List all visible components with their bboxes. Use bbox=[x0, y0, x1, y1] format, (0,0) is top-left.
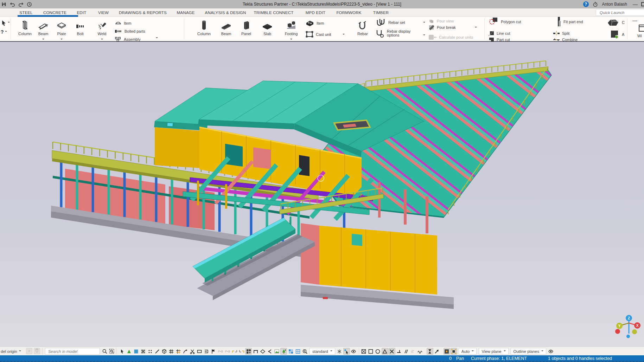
snap-levels-icon[interactable] bbox=[203, 348, 210, 355]
grid-outline-view-icon[interactable] bbox=[294, 348, 301, 355]
steel-column-button[interactable]: Column bbox=[15, 18, 35, 36]
tab-edit[interactable]: EDIT bbox=[77, 8, 87, 17]
snap-cross-icon[interactable] bbox=[389, 348, 395, 355]
steel-bolt-button[interactable]: Bolt bbox=[70, 18, 90, 36]
cast-unit-button[interactable]: Cast unit bbox=[305, 31, 331, 38]
rebar-display-options-caret[interactable] bbox=[423, 34, 425, 37]
concrete-footing-caret[interactable] bbox=[290, 39, 292, 41]
tab-trimble-connect[interactable]: TRIMBLE CONNECT bbox=[254, 8, 294, 17]
fit-part-end-button[interactable]: Fit part end bbox=[556, 18, 583, 25]
chamfer-button[interactable]: C bbox=[606, 19, 625, 26]
tab-mpd-edit[interactable]: MPD EDIT bbox=[306, 8, 326, 17]
minimize-window-icon[interactable]: — bbox=[633, 1, 638, 7]
steel-assembly-caret[interactable] bbox=[156, 37, 158, 39]
angle-snap-icon[interactable] bbox=[266, 348, 273, 355]
snap-corner-icon[interactable] bbox=[396, 348, 402, 355]
ribbon-minimize-icon[interactable]: — bbox=[632, 18, 637, 23]
ortho-snap-b-icon[interactable] bbox=[238, 348, 245, 355]
xray-toggle-icon[interactable] bbox=[427, 348, 433, 355]
tab-timber[interactable]: TIMBER bbox=[373, 8, 389, 17]
pour-break-caret[interactable] bbox=[475, 27, 477, 29]
help-icon[interactable]: ? bbox=[583, 1, 589, 7]
diamond-snap-icon[interactable] bbox=[259, 348, 266, 355]
snap-solids-icon[interactable] bbox=[161, 348, 167, 355]
steel-plate-button[interactable]: Plate bbox=[52, 18, 71, 43]
snap-points-icon[interactable] bbox=[147, 348, 153, 355]
snap-cut-icon[interactable] bbox=[189, 348, 196, 355]
user-account[interactable]: Anton Balash bbox=[602, 2, 627, 7]
steel-weld-button[interactable]: Weld bbox=[92, 18, 112, 43]
representation-dropdown[interactable]: standard bbox=[310, 348, 335, 355]
auto-dropdown[interactable]: Auto bbox=[459, 348, 477, 355]
snap-curve-icon[interactable] bbox=[417, 348, 423, 355]
visibility-eye-icon[interactable] bbox=[350, 348, 357, 355]
inquire-tool-caret[interactable] bbox=[5, 31, 7, 33]
steel-item-button[interactable]: Item bbox=[115, 20, 131, 27]
add-part-button[interactable]: A bbox=[610, 31, 624, 38]
concrete-column-button[interactable]: Column bbox=[194, 18, 214, 36]
rebar-set-button[interactable]: Rebar set bbox=[376, 19, 405, 26]
snap-free-icon[interactable] bbox=[182, 348, 189, 355]
rebar-set-caret[interactable] bbox=[423, 22, 425, 24]
clip-plane-icon[interactable] bbox=[444, 348, 450, 355]
measure-arrow-icon[interactable] bbox=[434, 348, 440, 355]
snap-reference-grid-icon[interactable] bbox=[140, 348, 146, 355]
steel-weld-caret[interactable] bbox=[101, 39, 103, 41]
model-origin-dropdown[interactable]: del origin bbox=[1, 348, 21, 355]
search-in-model-input[interactable] bbox=[45, 348, 100, 355]
select-components-icon[interactable] bbox=[126, 348, 132, 355]
quick-launch-input[interactable] bbox=[596, 9, 644, 16]
smart-pointer-icon[interactable] bbox=[343, 348, 350, 355]
snap-triangle-icon[interactable] bbox=[382, 348, 388, 355]
tab-view[interactable]: VIEW bbox=[98, 8, 109, 17]
chain-link-off-icon[interactable] bbox=[217, 348, 224, 355]
snap-parallel-icon[interactable] bbox=[403, 348, 409, 355]
visibility-eye-2-icon[interactable] bbox=[547, 348, 554, 355]
tab-formwork[interactable]: FORMWORK bbox=[336, 8, 361, 17]
rebar-display-options-button[interactable]: Rebar display options bbox=[376, 30, 417, 37]
steel-beam-button[interactable]: Beam bbox=[33, 18, 53, 43]
stopwatch-icon[interactable] bbox=[592, 1, 599, 7]
concrete-footing-button[interactable]: Footing bbox=[281, 18, 301, 43]
line-cut-button[interactable]: Line cut bbox=[488, 30, 510, 37]
snap-lines-icon[interactable] bbox=[154, 348, 160, 355]
pour-break-button[interactable]: Pour break bbox=[428, 24, 456, 31]
ortho-snap-a-icon[interactable] bbox=[231, 348, 238, 355]
select-tool-caret[interactable] bbox=[8, 22, 10, 24]
grid-blue-view-icon[interactable] bbox=[287, 348, 294, 355]
concrete-panel-button[interactable]: Panel bbox=[236, 18, 256, 36]
tab-analysis-design[interactable]: ANALYSIS & DESIGN bbox=[205, 8, 246, 17]
tab-manage[interactable]: MANAGE bbox=[177, 8, 195, 17]
rebar-button[interactable]: Rebar bbox=[353, 18, 372, 36]
model-view-canvas[interactable]: Z Y X bbox=[0, 42, 644, 347]
chain-link-off-2-icon[interactable] bbox=[224, 348, 231, 355]
outline-planes-dropdown[interactable]: Outline planes bbox=[511, 348, 547, 355]
steel-beam-caret[interactable] bbox=[42, 39, 44, 41]
polygon-cut-button[interactable]: Polygon cut bbox=[488, 18, 521, 25]
maximize-window-icon[interactable] bbox=[641, 2, 644, 6]
select-tool-button[interactable] bbox=[1, 18, 10, 27]
snap-rectangle-icon[interactable] bbox=[196, 348, 203, 355]
render-components-icon[interactable] bbox=[280, 348, 287, 355]
select-area-icon[interactable] bbox=[133, 348, 139, 355]
search-area-icon[interactable] bbox=[108, 348, 115, 355]
cast-unit-caret[interactable] bbox=[343, 34, 345, 36]
snap-circle-icon[interactable] bbox=[375, 348, 381, 355]
snap-grid-intersections-icon[interactable] bbox=[175, 348, 181, 355]
inquire-tool-button[interactable]: ? bbox=[1, 27, 10, 37]
tab-drawings-reports[interactable]: DRAWINGS & REPORTS bbox=[119, 8, 167, 17]
snap-box-icon[interactable] bbox=[368, 348, 374, 355]
split-button[interactable]: Split bbox=[553, 30, 569, 37]
dark-grid-toggle-icon[interactable] bbox=[245, 348, 252, 355]
concrete-item-button[interactable]: Item bbox=[305, 20, 324, 27]
steel-bolted-parts-button[interactable]: Bolted parts bbox=[115, 28, 145, 35]
windows-icon[interactable] bbox=[639, 25, 644, 34]
view-plane-dropdown[interactable]: View plane bbox=[479, 348, 508, 355]
snap-endpoint-box-icon[interactable] bbox=[361, 348, 367, 355]
steel-plate-caret[interactable] bbox=[60, 39, 63, 41]
concrete-beam-button[interactable]: Beam bbox=[216, 18, 236, 36]
concrete-slab-button[interactable]: Slab bbox=[257, 18, 277, 36]
snap-override-icon[interactable] bbox=[336, 348, 343, 355]
work-area-box-icon[interactable] bbox=[451, 348, 457, 355]
snap-grid-icon[interactable] bbox=[168, 348, 174, 355]
